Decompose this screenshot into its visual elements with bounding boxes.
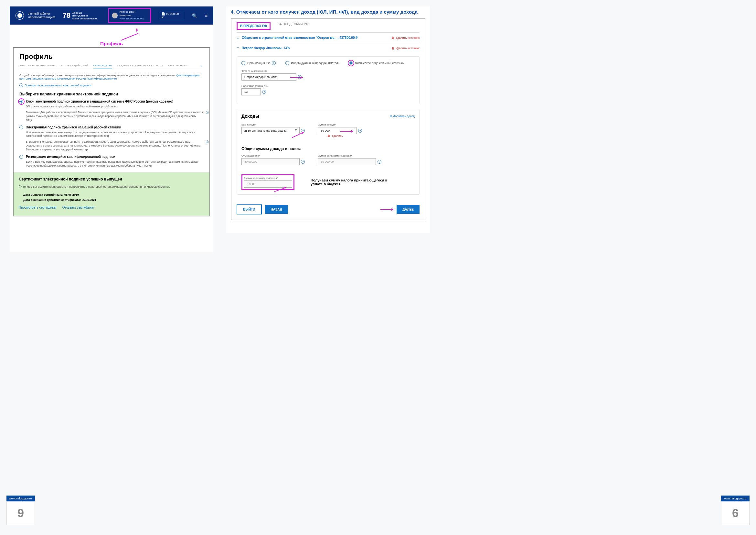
help-icon[interactable]: ? <box>301 160 305 164</box>
option-1[interactable]: Ключ электронной подписи хранится в защи… <box>19 99 203 103</box>
source-1-name: Общество с ограниченной ответственностью… <box>242 36 389 40</box>
total-income-input <box>241 158 300 165</box>
plus-icon: ⊕ <box>390 115 392 118</box>
payer-type-radios: Организация РФ ? Индивидуальный предприн… <box>241 61 415 65</box>
next-button[interactable]: ДАЛЕЕ <box>396 205 419 214</box>
search-icon[interactable]: 🔍 <box>192 13 197 18</box>
tab-bank[interactable]: СВЕДЕНИЯ О БАНКОВСКИХ СЧЕТАХ <box>117 64 163 67</box>
tab-inside-rf[interactable]: В ПРЕДЕЛАХ РФ <box>237 22 271 30</box>
cert-date-issued: Дата выпуска сертификата: 05.06.2019 <box>23 192 204 197</box>
income-form-card: В ПРЕДЕЛАХ РФ ЗА ПРЕДЕЛАМИ РФ ⌄ Общество… <box>231 18 425 220</box>
tax-note: Получаем сумму налога причитающегося к у… <box>310 178 395 186</box>
add-income-link[interactable]: ⊕ Добавить доход <box>390 115 415 118</box>
tab-more[interactable]: ОЧИСТА ЗА РУ... <box>168 64 188 67</box>
incomes-heading: Доходы <box>241 114 259 119</box>
help-icon: ? <box>19 83 23 87</box>
source-row-1[interactable]: ⌄ Общество с ограниченной ответственност… <box>231 33 425 43</box>
help-icon[interactable]: ? <box>262 90 266 94</box>
tab-participation[interactable]: УЧАСТИЕ В ОРГАНИЗАЦИЯХ <box>19 64 56 67</box>
radio-icon <box>241 61 245 65</box>
help-icon[interactable]: ? <box>358 129 362 133</box>
radio-icon <box>19 155 23 159</box>
radio-icon <box>285 61 289 65</box>
radio-icon <box>349 61 353 65</box>
radio-icon <box>19 126 23 129</box>
trash-icon: 🗑 <box>392 46 394 50</box>
user-inn: ИНН 1000000000001 <box>120 17 148 20</box>
income-kind-select[interactable] <box>241 127 300 134</box>
page-left: Личный кабинет налогоплательщика 78 Дней… <box>10 7 213 252</box>
option-1-title: Ключ электронной подписи хранится в защи… <box>26 99 173 103</box>
help-link[interactable]: ? Помощь по использованию электронной по… <box>19 83 203 87</box>
page-right: 4. Отмечаем от кого получен доход (ЮЛ, И… <box>226 7 430 233</box>
url-bar: www.nalog.gov.ru <box>7 495 35 501</box>
calc-tax-label: Сумма налога исчисленная* <box>244 177 292 180</box>
menu-icon[interactable]: ≡ <box>205 13 207 18</box>
option-3-title: Регистрация имеющейся квалифицированной … <box>26 155 115 159</box>
income-sum-input[interactable] <box>318 127 357 134</box>
source-2-name: Петров Федор Иванович, 13% <box>242 46 389 50</box>
back-button[interactable]: НАЗАД <box>265 205 288 214</box>
help-icon[interactable]: ? <box>272 61 276 65</box>
delete-source-1[interactable]: 🗑Удалить источник <box>392 36 419 40</box>
choose-heading: Выберите вариант хранения электронной по… <box>19 92 203 97</box>
view-certificate-link[interactable]: Просмотреть сертификат <box>19 206 57 209</box>
rate-label: Налоговая ставка (%) <box>241 84 415 87</box>
annotation-arrow-icon <box>340 131 353 132</box>
step-title: 4. Отмечаем от кого получен доход (ЮЛ, И… <box>231 9 430 14</box>
balance-badge[interactable]: 📄 10 000.00 ₽ <box>159 11 185 20</box>
days-text: Дней до наступления срока оплаты налога <box>72 11 98 20</box>
footer-left: www.nalog.gov.ru 9 <box>7 495 35 525</box>
option-2-sub: Устанавливается на ваш компьютер. Не под… <box>26 131 203 138</box>
success-banner: Сертификат электронной подписи успешно в… <box>14 172 209 216</box>
trash-icon: 🗑 <box>392 36 394 40</box>
chevron-down-icon: ⌄ <box>237 36 239 40</box>
annotation-arrow-icon <box>380 209 393 210</box>
tab-scroll-arrows[interactable]: ‹ › <box>201 64 203 68</box>
intro-text: Создайте новую облачную электронную подп… <box>19 74 203 80</box>
option-2-title: Электронная подпись хранится на Вашей ра… <box>26 126 121 129</box>
profile-tabs: УЧАСТИЕ В ОРГАНИЗАЦИЯХ ИСТОРИЯ ДЕЙСТВИЙ … <box>19 64 203 69</box>
user-profile-box[interactable]: Иванов Иван Иванович ИНН 1000000000001 <box>108 8 151 23</box>
fio-input[interactable] <box>241 73 296 80</box>
option-2-warn: Внимание! Пользователю предоставляется в… <box>26 140 203 152</box>
tab-get-ep[interactable]: ПОЛУЧИТЬ ЭП <box>94 64 112 69</box>
chevron-up-icon: ⌃ <box>237 46 239 50</box>
revoke-certificate-link[interactable]: Отозвать сертификат <box>62 206 95 209</box>
source-row-2[interactable]: ⌃ Петров Федор Иванович, 13% 🗑Удалить ис… <box>231 43 425 53</box>
tab-history[interactable]: ИСТОРИЯ ДЕЙСТВИЙ <box>61 64 88 67</box>
fio-label: ФИО / Наименование <box>241 70 415 72</box>
taxable-income-label: Сумма облагаемого дохода* <box>318 154 381 157</box>
incomes-section: Доходы ⊕ Добавить доход Вид дохода* ? ▼ … <box>237 109 419 195</box>
lk-title: Личный кабинет налогоплательщика <box>28 12 56 19</box>
tab-outside-rf[interactable]: ЗА ПРЕДЕЛАМИ РФ <box>278 22 308 30</box>
help-icon[interactable]: ? <box>378 160 381 164</box>
source-2-body: Организация РФ ? Индивидуальный предприн… <box>237 56 419 104</box>
income-sum-label: Сумма дохода* <box>318 123 362 126</box>
delete-income-row[interactable]: 🗑 Удалить <box>327 134 362 137</box>
location-tabs: В ПРЕДЕЛАХ РФ ЗА ПРЕДЕЛАМИ РФ <box>231 19 425 32</box>
option-1-sub: ЭП можно использовать при работе на любы… <box>26 105 203 109</box>
days-counter: 78 <box>62 11 70 20</box>
profile-heading: Профиль <box>19 52 203 61</box>
radio-ip[interactable]: Индивидуальный предприниматель <box>285 61 340 65</box>
delete-source-2[interactable]: 🗑Удалить источник <box>392 46 419 50</box>
rate-select[interactable] <box>241 88 261 96</box>
radio-org[interactable]: Организация РФ ? <box>241 61 276 65</box>
option-3-sub: Если у Вас уже есть квалифицированная эл… <box>26 160 203 168</box>
taxable-income-input <box>318 158 376 165</box>
option-3[interactable]: Регистрация имеющейся квалифицированной … <box>19 155 203 159</box>
income-kind-label: Вид дохода* <box>241 123 305 126</box>
option-2[interactable]: Электронная подпись хранится на Вашей ра… <box>19 126 203 129</box>
annotation-arrow-icon <box>290 77 303 78</box>
cert-date-expires: Дата окончания действия сертификата: 05.… <box>23 197 204 203</box>
success-heading: Сертификат электронной подписи успешно в… <box>19 177 204 182</box>
page-number-left: 9 <box>7 501 35 525</box>
exit-button[interactable]: ВЫЙТИ <box>237 205 262 214</box>
wizard-buttons: ВЫЙТИ НАЗАД ДАЛЕЕ <box>231 199 425 220</box>
totals-heading: Общие суммы дохода и налога <box>241 147 415 151</box>
user-name: Иванов Иван Иванович <box>120 10 148 17</box>
profile-card: Профиль УЧАСТИЕ В ОРГАНИЗАЦИЯХ ИСТОРИЯ Д… <box>13 47 210 216</box>
success-note: ⓘ Теперь Вы можете подписывать и направл… <box>19 185 204 189</box>
radio-individual[interactable]: Физическое лицо или иной источник <box>349 61 404 65</box>
